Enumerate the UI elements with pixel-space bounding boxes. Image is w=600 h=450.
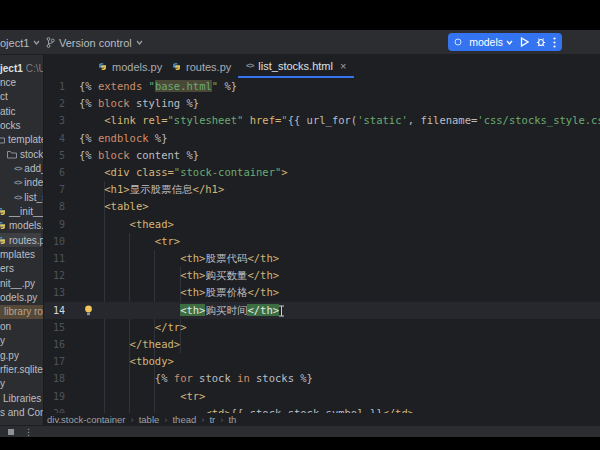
gutter-line-number[interactable]: 3: [44, 112, 65, 129]
kebab-menu-icon[interactable]: ⋮: [24, 427, 33, 437]
tree-item-templates[interactable]: templates: [0, 133, 39, 147]
letterbox-top: [0, 0, 600, 30]
tree-item-odels-py[interactable]: odels.py: [0, 291, 44, 305]
stop-icon[interactable]: [8, 429, 14, 435]
code-line-1[interactable]: {% extends "base.html" %}: [79, 78, 237, 95]
tree-item-label: y: [0, 378, 5, 389]
tab-models-py[interactable]: models.py: [90, 55, 170, 78]
breadcrumb-item-tr[interactable]: tr: [209, 414, 215, 425]
code-line-19[interactable]: <tr>: [79, 388, 205, 405]
code-line-4[interactable]: {% endblock %}: [79, 130, 168, 147]
tree-item-routes-py[interactable]: routes.py: [0, 233, 41, 247]
tree-item-index-h[interactable]: <>index.h: [0, 176, 44, 190]
code-line-14[interactable]: <th>购买时间</th>: [79, 302, 279, 319]
breadcrumb-item-div-stock-container[interactable]: div.stock-container: [47, 414, 126, 425]
gutter-line-number[interactable]: 4: [44, 130, 65, 147]
gutter-line-number[interactable]: 15: [44, 319, 65, 336]
breadcrumb-item-table[interactable]: table: [139, 414, 160, 425]
tree-item-mplates[interactable]: mplates: [0, 248, 44, 262]
intention-bulb-icon[interactable]: [84, 305, 93, 316]
code-line-2[interactable]: {% block styling %}: [79, 95, 199, 112]
tree-item-nce[interactable]: nce: [0, 75, 44, 89]
code-line-10[interactable]: <tr>: [79, 233, 180, 250]
gutter-line-number[interactable]: 10: [44, 233, 65, 250]
gutter-line-number[interactable]: 11: [44, 250, 65, 267]
tree-item-y[interactable]: y: [0, 377, 44, 391]
project-selector[interactable]: oject1: [0, 30, 40, 55]
tab-routes-py[interactable]: routes.py: [164, 55, 239, 78]
code-token: <h1>: [104, 183, 129, 195]
editor-tab-bar: models.pyroutes.py<>list_stocks.html×: [44, 55, 600, 78]
code-token: </th>: [247, 304, 279, 316]
tree-item-ct[interactable]: ct: [0, 90, 44, 104]
tree-item-models-py[interactable]: models.py: [0, 219, 41, 233]
gutter-line-number[interactable]: 9: [44, 216, 65, 233]
tree-item-add_st[interactable]: <>add_st: [0, 161, 44, 175]
gutter-line-number[interactable]: 2: [44, 95, 65, 112]
code-line-13[interactable]: <th>股票价格</th>: [79, 284, 279, 301]
code-line-9[interactable]: <thead>: [79, 216, 174, 233]
tree-item-stocks[interactable]: stocks: [0, 147, 44, 161]
letterbox-bottom: [0, 437, 600, 450]
gutter-line-number[interactable]: 14: [44, 302, 65, 319]
tree-item-atic[interactable]: atic: [0, 104, 44, 118]
gutter-line-number[interactable]: 6: [44, 164, 65, 181]
tree-item-Libraries[interactable]: Libraries: [0, 391, 44, 405]
code-line-5[interactable]: {% block content %}: [79, 147, 199, 164]
more-actions-button[interactable]: [553, 37, 556, 48]
code-area[interactable]: 1{% extends "base.html" %}2{% block styl…: [44, 78, 600, 413]
code-token: <div: [104, 166, 129, 178]
code-line-17[interactable]: <tbody>: [79, 353, 174, 370]
code-token: 'css/stocks_style.cs: [477, 114, 600, 126]
tree-item-label: Libraries: [3, 393, 41, 404]
tree-item-s-and-Consol[interactable]: s and Consol: [0, 405, 44, 419]
tab-close-icon[interactable]: ×: [340, 60, 346, 72]
tree-item-list_sto[interactable]: <>list_sto: [0, 190, 44, 204]
breadcrumb-item-thead[interactable]: thead: [172, 414, 196, 425]
gutter-line-number[interactable]: 18: [44, 370, 65, 387]
code-token: [79, 355, 130, 367]
run-button[interactable]: [520, 37, 529, 47]
tree-item-ers[interactable]: ers: [0, 262, 44, 276]
version-control-selector[interactable]: Version control: [46, 30, 143, 55]
gutter-line-number[interactable]: 16: [44, 336, 65, 353]
code-line-12[interactable]: <th>购买数量</th>: [79, 267, 279, 284]
tree-item-label: ocks: [0, 120, 21, 131]
editor-pane[interactable]: models.pyroutes.py<>list_stocks.html× 1{…: [44, 55, 600, 425]
code-line-15[interactable]: </tr>: [79, 319, 186, 336]
code-line-16[interactable]: </thead>: [79, 336, 180, 353]
run-config-selector[interactable]: models: [469, 36, 513, 48]
gutter-line-number[interactable]: 13: [44, 284, 65, 301]
gutter-line-number[interactable]: 19: [44, 388, 65, 405]
tree-item-rfier-sqlite[interactable]: rfier.sqlite: [0, 362, 44, 376]
gutter-line-number[interactable]: 7: [44, 181, 65, 198]
code-line-3[interactable]: <link rel="stylesheet" href="{{ url_for(…: [79, 112, 600, 129]
gutter-line-number[interactable]: 8: [44, 198, 65, 215]
code-token: %}: [300, 372, 313, 384]
tree-item-nit__-py[interactable]: nit__.py: [0, 276, 44, 290]
gutter-line-number[interactable]: 1: [44, 78, 65, 95]
code-token: block: [98, 149, 130, 161]
gutter-line-number[interactable]: 12: [44, 267, 65, 284]
gutter-line-number[interactable]: 20: [44, 405, 65, 413]
gutter-line-number[interactable]: 5: [44, 147, 65, 164]
code-line-18[interactable]: {% for stock in stocks %}: [79, 370, 313, 387]
gutter-line-number[interactable]: 17: [44, 353, 65, 370]
tree-item-y[interactable]: y: [0, 334, 44, 348]
debug-button[interactable]: [536, 37, 546, 47]
tree-item-g-py[interactable]: g.py: [0, 348, 44, 362]
breadcrumb-item-th[interactable]: th: [228, 414, 236, 425]
code-line-20[interactable]: <td>{{ stock.stock_symbol }}</td>: [79, 405, 414, 413]
tree-item-label: y: [0, 335, 5, 346]
tree-item-ject1[interactable]: ject1 C:\Use: [0, 61, 44, 75]
tree-item-library-root[interactable]: library root: [0, 305, 44, 319]
tree-item-__init__-py[interactable]: __init__.py: [0, 205, 41, 219]
tree-item-ocks[interactable]: ocks: [0, 118, 44, 132]
tree-item-on[interactable]: on: [0, 319, 44, 333]
code-line-11[interactable]: <th>股票代码</th>: [79, 250, 279, 267]
code-line-6[interactable]: <div class="stock-container">: [79, 164, 288, 181]
tab-list_stocks-html[interactable]: <>list_stocks.html×: [238, 55, 354, 78]
code-token: [79, 200, 104, 212]
code-line-8[interactable]: <table>: [79, 198, 149, 215]
code-line-7[interactable]: <h1>显示股票信息</h1>: [79, 181, 224, 198]
